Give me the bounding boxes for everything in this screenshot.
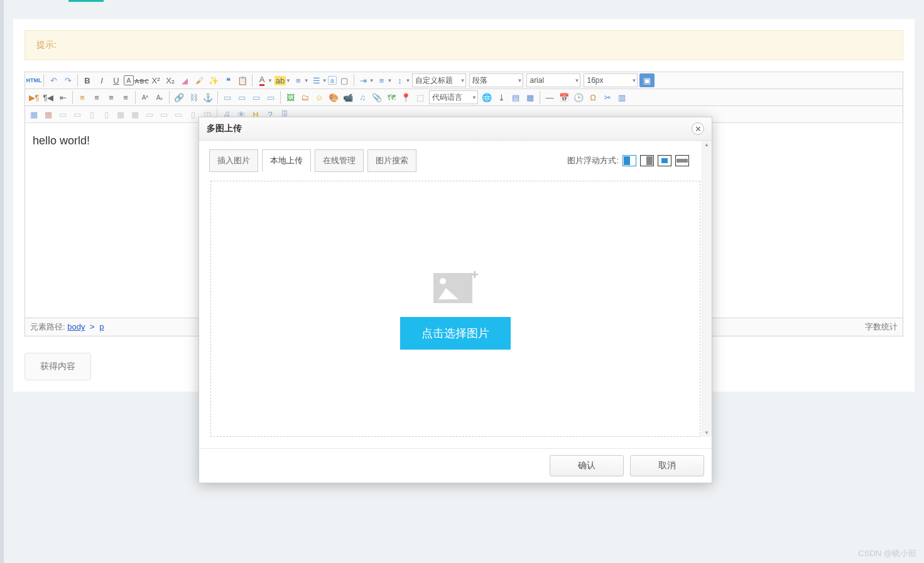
tab-local-upload[interactable]: 本地上传	[262, 149, 311, 172]
image-float-none-icon[interactable]: ▭	[220, 90, 234, 104]
snapscreen-icon[interactable]: ✂	[601, 90, 614, 104]
tab-insert-image[interactable]: 插入图片	[209, 149, 258, 172]
video-icon[interactable]: 📹	[341, 90, 355, 104]
upload-drop-zone[interactable]: + 点击选择图片	[210, 181, 700, 437]
word-count[interactable]: 字数统计	[865, 321, 898, 333]
unordered-list-icon[interactable]: ☰	[310, 73, 323, 87]
delete-table-icon[interactable]: ▦	[41, 107, 55, 121]
merge-cells-icon[interactable]: ▦	[114, 107, 128, 121]
merge-right-icon[interactable]: ▭	[143, 107, 156, 121]
select-all-icon[interactable]: a	[328, 76, 337, 85]
pick-image-button[interactable]: 点击选择图片	[400, 317, 511, 350]
align-justify-icon[interactable]: ≡	[119, 90, 133, 104]
map-icon[interactable]: 🗺	[384, 90, 398, 104]
tab-image-search[interactable]: 图片搜索	[367, 149, 416, 172]
align-center-icon[interactable]: ≡	[90, 90, 104, 104]
bold-icon[interactable]: B	[80, 73, 94, 87]
back-color-icon[interactable]: ab	[273, 73, 287, 87]
indent-icon[interactable]: ⇥	[357, 73, 371, 87]
redo-icon[interactable]: ↷	[61, 73, 75, 87]
font-color-icon[interactable]: A	[255, 73, 269, 87]
float-right-icon[interactable]	[675, 155, 689, 166]
align-right-icon[interactable]: ≡	[104, 90, 118, 104]
webapp-icon[interactable]: 🌐	[480, 90, 494, 104]
wordimage-icon[interactable]: ▥	[615, 90, 629, 104]
direction-ltr-icon[interactable]: ▶¶	[27, 90, 41, 104]
float-none-icon[interactable]	[622, 155, 636, 166]
chevron-down-icon[interactable]: ▼	[388, 78, 393, 83]
tolowercase-icon[interactable]: Aₐ	[153, 90, 166, 104]
gmap-icon[interactable]: 📍	[399, 90, 413, 104]
outdent-icon[interactable]: ⇤	[56, 90, 70, 104]
image-center-icon[interactable]: ▭	[264, 90, 278, 104]
cancel-button[interactable]: 取消	[630, 455, 704, 476]
insert-frame-icon[interactable]: ⬚	[413, 90, 427, 104]
superscript-icon[interactable]: X²	[149, 73, 163, 87]
scrawl-icon[interactable]: 🎨	[327, 90, 340, 104]
ok-button[interactable]: 确认	[550, 455, 624, 476]
align-left-icon[interactable]: ≡	[75, 90, 89, 104]
source-html-button[interactable]: HTML	[27, 73, 41, 87]
chevron-down-icon[interactable]: ▼	[268, 78, 273, 83]
quote-icon[interactable]: ❝	[221, 73, 235, 87]
tab-online-manage[interactable]: 在线管理	[315, 149, 364, 172]
float-left-icon[interactable]	[640, 155, 654, 166]
multi-image-icon[interactable]: 🗂	[298, 90, 312, 104]
code-lang-select[interactable]: 代码语言	[429, 90, 478, 104]
chevron-down-icon[interactable]: ▼	[304, 78, 309, 83]
pagebreak-icon[interactable]: ⤓	[494, 90, 508, 104]
attachment-icon[interactable]: 📎	[370, 90, 384, 104]
font-family-select[interactable]: arial	[526, 73, 580, 87]
unlink-icon[interactable]: ⛓	[187, 90, 200, 104]
get-content-button[interactable]: 获得内容	[24, 353, 91, 380]
music-icon[interactable]: ♫	[356, 90, 369, 104]
custom-title-select[interactable]: 自定义标题	[412, 73, 466, 87]
background-icon[interactable]: ▦	[523, 90, 537, 104]
float-center-icon[interactable]	[658, 155, 671, 166]
paragraph-select[interactable]: 段落	[469, 73, 523, 87]
direction-rtl-icon[interactable]: ¶◀	[41, 90, 55, 104]
split-col-icon[interactable]: ▯	[186, 107, 200, 121]
ordered-list-icon[interactable]: ≡	[291, 73, 305, 87]
underline-icon[interactable]: U	[109, 73, 123, 87]
format-brush-icon[interactable]: 🖌	[192, 73, 206, 87]
chevron-down-icon[interactable]: ▼	[406, 78, 411, 83]
emoji-icon[interactable]: ☺	[312, 90, 326, 104]
chevron-down-icon[interactable]: ▼	[322, 78, 327, 83]
path-body-link[interactable]: body	[67, 322, 85, 331]
hr-icon[interactable]: —	[543, 90, 557, 104]
path-p-link[interactable]: p	[99, 322, 104, 331]
template-icon[interactable]: ▤	[509, 90, 523, 104]
font-size-select[interactable]: 16px	[584, 73, 638, 87]
dialog-scrollbar[interactable]	[702, 141, 712, 437]
link-icon[interactable]: 🔗	[172, 90, 186, 104]
delete-col-icon[interactable]: ▯	[99, 107, 113, 121]
fullscreen-icon[interactable]: ▣	[639, 73, 655, 87]
anchor-icon[interactable]: ⚓	[201, 90, 215, 104]
insert-image-icon[interactable]: 🖼	[283, 90, 297, 104]
magic-format-icon[interactable]: ✨	[207, 73, 220, 87]
close-icon[interactable]: ✕	[692, 122, 704, 135]
time-icon[interactable]: 🕒	[572, 90, 585, 104]
image-float-left-icon[interactable]: ▭	[235, 90, 249, 104]
strikethrough-icon[interactable]: ᴀʙᴄ	[134, 73, 148, 87]
line-height-icon[interactable]: ↕	[393, 73, 407, 87]
special-char-icon[interactable]: Ω	[586, 90, 600, 104]
subscript-icon[interactable]: X₂	[163, 73, 177, 87]
delete-row-icon[interactable]: ▭	[70, 107, 84, 121]
italic-icon[interactable]: I	[95, 73, 109, 87]
insert-col-icon[interactable]: ▯	[85, 107, 99, 121]
chevron-down-icon[interactable]: ▼	[369, 78, 374, 83]
eraser-icon[interactable]: ◢	[178, 73, 192, 87]
merge-down-icon[interactable]: ▭	[157, 107, 171, 121]
split-row-icon[interactable]: ▭	[171, 107, 185, 121]
paste-format-icon[interactable]: 📋	[236, 73, 249, 87]
chevron-down-icon[interactable]: ▼	[286, 78, 291, 83]
split-cells-icon[interactable]: ▦	[128, 107, 142, 121]
table-icon[interactable]: ▦	[27, 107, 41, 121]
font-box-icon[interactable]: A	[124, 75, 134, 85]
image-float-right-icon[interactable]: ▭	[249, 90, 263, 104]
touppercase-icon[interactable]: Aᴬ	[138, 90, 152, 104]
align-icon[interactable]: ≡	[375, 73, 389, 87]
insert-row-icon[interactable]: ▭	[56, 107, 70, 121]
